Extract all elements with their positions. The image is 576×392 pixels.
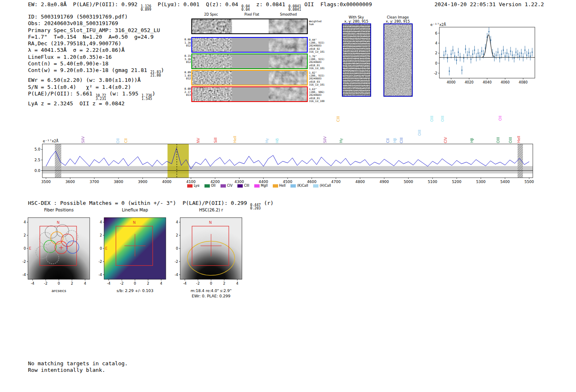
smoothed-image xyxy=(269,19,307,33)
text-segment: HSC-DEX : Possible Matches = 0 (within +… xyxy=(28,200,250,206)
line-fit-plot-svg: 40004020404040604080-20246 xyxy=(427,21,539,95)
emission-line-label: OII xyxy=(498,116,502,121)
detection-highlight-band xyxy=(167,144,189,178)
pixel-flat-image xyxy=(232,87,269,101)
legend-item: OII xyxy=(204,184,216,188)
noise-image xyxy=(269,19,307,33)
cutout-plot: NE-4-4-2-2002244 xyxy=(16,215,94,288)
axis-tick: 4 xyxy=(160,281,162,285)
info-line: Primary Spec_Slot_IFU_AMP: 316_022_052_L… xyxy=(28,27,164,34)
spec2d-row: WeightedSum xyxy=(191,19,308,34)
spec2d-row: 0.601.160120.44"(280, 915)20240603v018_0… xyxy=(191,37,308,53)
cutout-xlabel: arcsecs xyxy=(28,288,90,293)
axis-tick: 4 xyxy=(100,220,102,224)
cutout-panel-3: HSC(26.2) rN-4-4-2-2002244m:18.4 re:4.0"… xyxy=(168,208,254,302)
noise-image xyxy=(269,71,307,85)
cutout-xlabel2: EWr: 0. PLAE: 0.299 xyxy=(180,294,242,298)
axis-tick: 0.0 xyxy=(35,169,41,173)
compass-east: E xyxy=(29,246,31,251)
row-info: WeightedSum xyxy=(309,20,329,26)
spec2d-image xyxy=(192,38,232,52)
legend-item: CIV xyxy=(221,184,232,188)
row-metrics: 0.153.16012 xyxy=(183,55,191,64)
spectrum-trace xyxy=(46,148,529,169)
stacked-uncertainty: 10.723.231 xyxy=(95,94,106,100)
info-line: Cont(w) = 9.20(±0.13)e-18 (gmag 21.81 21… xyxy=(28,67,164,77)
noise-image xyxy=(269,54,307,68)
spec2d-row: 0.153.160121.76"(280, 915)20240603v018_0… xyxy=(191,53,308,69)
text-segment: ) xyxy=(152,90,156,97)
axis-tick: 0 xyxy=(24,246,26,251)
spec2d-image xyxy=(192,54,232,68)
info-line: LineFlux = 1.20(±0.35)e-16 xyxy=(28,54,164,60)
text-segment: Primary Spec_Slot_IFU_AMP: 316_022_052_L… xyxy=(28,27,160,33)
legend-swatch xyxy=(273,184,278,188)
info-line: Obs: 20240603v018_5003191769 xyxy=(28,20,164,27)
spectrum-legend: LyαOIICIVCIIIMgIIHeII(K)CaII(H)CaII xyxy=(187,184,331,188)
lower-value: 0.0841 xyxy=(288,8,301,11)
axis-tick: 2 xyxy=(71,281,73,285)
spec2d-row: 0.082.170131.63"(280, 906)20240603v018_0… xyxy=(191,86,308,102)
axis-tick: 2 xyxy=(435,51,437,55)
noise-image xyxy=(384,24,412,96)
emission-line-label: OIII xyxy=(441,116,445,122)
text-segment: Cont(n) = 5.40(±0.90)e-18 xyxy=(28,60,109,67)
axis-tick: 6 xyxy=(435,31,437,35)
axis-tick: 4400 xyxy=(259,180,268,184)
compass-north: N xyxy=(209,220,212,225)
axis-tick: -2 xyxy=(175,260,178,264)
pixel-flat-image xyxy=(232,38,269,52)
text-segment: EWr = 6.50(±2.20) (w: 3.80(±1.10))Å xyxy=(28,77,141,83)
cutout-plot: N-4-4-2-2002244 xyxy=(168,215,246,288)
row-metrics: 0.091.03012 xyxy=(183,71,191,81)
axis-tick: 5400 xyxy=(500,180,510,184)
info-line: Cont(n) = 5.40(±0.90)e-18 xyxy=(28,60,164,67)
text-segment: ) xyxy=(161,67,164,73)
axis-tick: 5300 xyxy=(476,180,485,184)
info-line: ID: 5003191769 (5003191769.pdf) xyxy=(28,14,164,20)
axis-tick: 2 xyxy=(176,233,178,237)
row-metrics: 0.082.17013 xyxy=(183,88,191,97)
axis-tick: 5000 xyxy=(404,180,413,184)
fiber-circle xyxy=(39,232,52,245)
full-spectrum-svg: 3500360037003800390040004100420043004400… xyxy=(29,138,539,187)
info-line: P(LAE)/P(OII): 5.661 10.723.231 (w: 1.59… xyxy=(28,90,164,100)
legend-item: CIII xyxy=(237,184,249,188)
axis-tick: -2 xyxy=(99,260,102,264)
axis-tick: 0 xyxy=(58,281,60,285)
axis-tick: 0 xyxy=(176,246,178,251)
smoothed-image xyxy=(269,87,307,101)
info-line: EWr = 6.50(±2.20) (w: 3.80(±1.10))Å xyxy=(28,77,164,84)
axis-tick: -4 xyxy=(31,281,34,285)
axis-tick: 2 xyxy=(24,233,26,237)
axis-tick: 2 xyxy=(223,281,225,285)
axis-tick: -2 xyxy=(196,281,200,285)
text-segment: LyA z = 2.3245 OII z = 0.0842 xyxy=(28,100,125,107)
axis-tick: 4500 xyxy=(283,180,293,184)
legend-item: MgII xyxy=(254,184,268,188)
footer-line: Row intentionally blank. xyxy=(28,367,128,373)
with-sky-image xyxy=(342,23,371,97)
axis-tick: 4 xyxy=(24,220,26,224)
fiber-circle xyxy=(46,251,59,264)
noise-image xyxy=(192,19,232,33)
timestamp-version: 2024-10-20 22:05:31 Version 1.22.2 xyxy=(434,1,544,7)
axis-tick: 0 xyxy=(100,246,102,251)
axis-tick: 0 xyxy=(134,281,136,285)
masked-region xyxy=(55,144,61,178)
compass-north: N xyxy=(133,220,136,225)
info-line: λ = 4041.53Å σ = 2.22(±0.86)Å xyxy=(28,47,164,53)
legend-swatch xyxy=(204,184,210,188)
info-line: LyA z = 2.3245 OII z = 0.0842 xyxy=(28,100,164,107)
stacked-uncertainty: 0.4470.203 xyxy=(250,203,261,210)
axis-tick: -2 xyxy=(23,260,26,264)
text-segment: λ = 4041.53Å σ = 2.22(±0.86)Å xyxy=(28,47,125,53)
legend-swatch xyxy=(187,184,193,188)
fiber-circle xyxy=(36,246,48,258)
text-segment: LineFlux = 1.20(±0.35)e-16 xyxy=(28,54,112,60)
compass-north: N xyxy=(57,220,60,225)
text-segment: F=1.7" T=0.154 N=1.20 A=0.50 g=24.9 xyxy=(28,34,153,40)
text-segment: z: 0.0841 xyxy=(250,1,288,7)
axis-tick: 3500 xyxy=(41,180,51,184)
cutout-image xyxy=(180,218,242,279)
